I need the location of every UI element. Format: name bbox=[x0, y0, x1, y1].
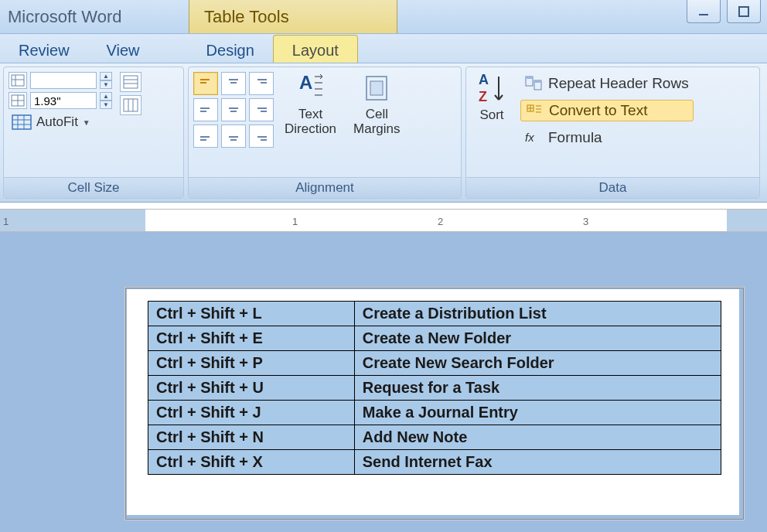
cell-margins-icon bbox=[362, 72, 391, 104]
table-row[interactable]: Ctrl + Shift + PCreate New Search Folder bbox=[148, 351, 721, 376]
shortcut-cell[interactable]: Ctrl + Shift + P bbox=[148, 351, 355, 376]
shortcut-cell[interactable]: Ctrl + Shift + U bbox=[148, 376, 355, 401]
app-title: Microsoft Word bbox=[0, 7, 122, 27]
action-cell[interactable]: Request for a Task bbox=[354, 376, 721, 401]
svg-text:fx: fx bbox=[525, 131, 534, 144]
repeat-header-label: Repeat Header Rows bbox=[548, 75, 689, 92]
svg-rect-1 bbox=[739, 7, 748, 16]
svg-rect-13 bbox=[124, 76, 138, 88]
group-label-alignment: Alignment bbox=[189, 177, 461, 198]
cell-margins-button[interactable]: CellMargins bbox=[347, 72, 406, 136]
column-width-icon bbox=[9, 92, 27, 109]
group-data: AZ Sort Repeat Header Rows Convert to Te… bbox=[465, 66, 760, 199]
shortcut-cell[interactable]: Ctrl + Shift + N bbox=[148, 425, 355, 450]
distribute-columns-button[interactable] bbox=[120, 95, 141, 115]
ruler-mark: 1 bbox=[292, 216, 298, 227]
repeat-header-icon bbox=[525, 76, 542, 91]
shortcut-cell[interactable]: Ctrl + Shift + L bbox=[148, 302, 355, 326]
action-cell[interactable]: Add New Note bbox=[354, 425, 721, 450]
shortcut-cell[interactable]: Ctrl + Shift + J bbox=[148, 401, 355, 425]
titlebar: Microsoft Word Table Tools bbox=[0, 0, 767, 34]
action-cell[interactable]: Create New Search Folder bbox=[354, 351, 721, 376]
align-top-right[interactable] bbox=[249, 72, 274, 95]
svg-rect-8 bbox=[12, 115, 31, 129]
ruler-mark: 3 bbox=[583, 216, 588, 227]
row-height-input[interactable] bbox=[30, 72, 97, 89]
svg-rect-45 bbox=[534, 80, 541, 83]
table-row[interactable]: Ctrl + Shift + URequest for a Task bbox=[148, 376, 721, 401]
tab-design[interactable]: Design bbox=[188, 36, 273, 63]
ribbon-tab-row: Review View Design Layout bbox=[0, 34, 767, 63]
text-direction-button[interactable]: A TextDirection bbox=[278, 72, 343, 136]
autofit-icon bbox=[12, 114, 32, 131]
tab-review[interactable]: Review bbox=[0, 36, 88, 63]
column-width-control[interactable]: 1.93" ▲▼ bbox=[9, 92, 112, 109]
ruler-mark: 2 bbox=[438, 216, 443, 227]
convert-to-text-button[interactable]: Convert to Text bbox=[520, 100, 694, 121]
horizontal-ruler[interactable]: 1 1 2 3 bbox=[0, 209, 767, 232]
align-middle-center[interactable] bbox=[221, 98, 246, 121]
action-cell[interactable]: Send Internet Fax bbox=[354, 450, 721, 475]
sort-button[interactable]: AZ Sort bbox=[471, 72, 513, 123]
align-middle-left[interactable] bbox=[193, 98, 218, 121]
ribbon: ▲▼ 1.93" ▲▼ AutoFit ▼ bbox=[0, 63, 767, 203]
table-row[interactable]: Ctrl + Shift + NAdd New Note bbox=[148, 425, 721, 450]
dropdown-icon: ▼ bbox=[83, 118, 90, 127]
align-top-center[interactable] bbox=[221, 72, 246, 95]
table-row[interactable]: Ctrl + Shift + XSend Internet Fax bbox=[148, 450, 721, 475]
shortcut-cell[interactable]: Ctrl + Shift + X bbox=[148, 450, 355, 475]
minimize-icon bbox=[697, 5, 710, 18]
ruler-mark: 1 bbox=[3, 216, 9, 227]
formula-button[interactable]: fx Formula bbox=[520, 128, 694, 148]
autofit-label: AutoFit bbox=[36, 114, 78, 130]
maximize-button[interactable] bbox=[727, 0, 761, 23]
svg-rect-44 bbox=[526, 77, 533, 79]
formula-label: Formula bbox=[548, 129, 602, 146]
action-cell[interactable]: Create a Distribution List bbox=[354, 302, 721, 326]
align-bottom-right[interactable] bbox=[249, 124, 274, 148]
group-cell-size: ▲▼ 1.93" ▲▼ AutoFit ▼ bbox=[3, 66, 184, 199]
align-bottom-left[interactable] bbox=[193, 124, 218, 148]
sort-label: Sort bbox=[479, 107, 503, 123]
table-row[interactable]: Ctrl + Shift + J Make a Journal Entry bbox=[148, 401, 721, 425]
convert-to-text-icon bbox=[526, 103, 543, 118]
table-row[interactable]: Ctrl + Shift + L Create a Distribution L… bbox=[148, 302, 721, 326]
text-direction-label: TextDirection bbox=[285, 107, 336, 136]
sort-icon: AZ bbox=[477, 72, 506, 104]
table-row[interactable]: Ctrl + Shift + ECreate a New Folder bbox=[148, 326, 721, 351]
row-height-icon bbox=[9, 72, 27, 89]
contextual-title: Table Tools bbox=[204, 7, 289, 27]
group-label-cell-size: Cell Size bbox=[4, 177, 183, 198]
shortcut-cell[interactable]: Ctrl + Shift + E bbox=[148, 326, 355, 351]
align-top-left[interactable] bbox=[193, 72, 218, 95]
svg-text:A: A bbox=[479, 72, 489, 87]
column-width-input[interactable]: 1.93" bbox=[30, 92, 97, 109]
svg-text:Z: Z bbox=[479, 89, 487, 104]
autofit-button[interactable]: AutoFit ▼ bbox=[9, 112, 112, 132]
align-bottom-center[interactable] bbox=[221, 124, 246, 148]
minimize-button[interactable] bbox=[687, 0, 721, 23]
action-cell[interactable]: Create a New Folder bbox=[354, 326, 721, 351]
row-height-spinner[interactable]: ▲▼ bbox=[100, 72, 112, 89]
svg-rect-0 bbox=[699, 14, 708, 15]
group-label-data: Data bbox=[466, 177, 759, 198]
maximize-icon bbox=[738, 5, 750, 18]
tab-layout[interactable]: Layout bbox=[273, 35, 358, 63]
shortcuts-table[interactable]: Ctrl + Shift + L Create a Distribution L… bbox=[148, 301, 721, 475]
column-width-spinner[interactable]: ▲▼ bbox=[100, 92, 112, 109]
distribute-rows-icon bbox=[123, 75, 138, 89]
document-page[interactable]: Ctrl + Shift + L Create a Distribution L… bbox=[125, 288, 744, 520]
window-controls bbox=[687, 0, 761, 23]
action-cell[interactable]: Make a Journal Entry bbox=[354, 401, 721, 425]
text-direction-icon: A bbox=[296, 72, 326, 104]
tab-view[interactable]: View bbox=[88, 36, 159, 63]
distribute-rows-button[interactable] bbox=[120, 72, 141, 92]
row-height-control[interactable]: ▲▼ bbox=[9, 72, 112, 89]
svg-rect-2 bbox=[12, 75, 24, 86]
distribute-columns-icon bbox=[123, 98, 138, 112]
alignment-grid bbox=[193, 72, 274, 148]
align-middle-right[interactable] bbox=[249, 98, 274, 121]
svg-text:A: A bbox=[299, 72, 312, 93]
cell-margins-label: CellMargins bbox=[353, 107, 400, 136]
repeat-header-rows-button[interactable]: Repeat Header Rows bbox=[520, 73, 694, 94]
